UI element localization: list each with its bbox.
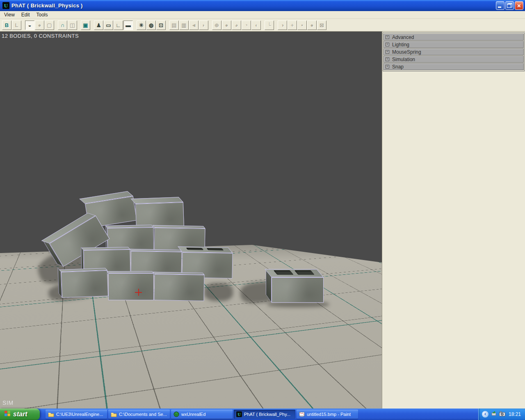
rotate-tool-button: ● [35,21,44,30]
tool-19-icon: ◗ [202,23,205,28]
hide-icons-chevron-icon[interactable]: ‹ [482,411,488,418]
cinder-block-body[interactable] [61,270,108,298]
tool-27-button: + [288,21,297,30]
toolbar-separator [91,21,94,30]
constraint-edit-mode-button: L [12,21,21,30]
body-edit-mode-icon: B [5,23,9,28]
tool-29-icon: ● [310,23,314,28]
cinder-block-body[interactable] [108,273,154,300]
task-button[interactable]: UPhAT ( Brickwall_Phy... [234,410,295,419]
title-bar[interactable]: U PhAT ( Brickwall_Physics ) × [0,0,525,11]
task-label: PhAT ( Brickwall_Phy... [244,412,290,417]
unreal-icon: U [173,411,179,417]
show-collision-button[interactable]: ◍ [146,21,156,30]
task-button[interactable]: UwxUnrealEd [171,410,233,419]
show-skeleton-icon: ♟ [96,23,101,28]
clock: 18:21 [509,411,521,417]
menu-view[interactable]: View [1,11,18,18]
green-arrow-device-icon[interactable] [491,411,497,418]
close-icon: × [517,2,521,9]
tool-22-button: ◕ [232,21,241,30]
start-button[interactable]: start [0,409,40,420]
show-constraint-axes-icon: ∟ [116,23,121,28]
toolbar-separator [166,21,169,30]
tool-16-button: ▤ [169,21,179,30]
tool-18-icon: ◄ [191,23,196,28]
toolbar-separator [209,21,212,30]
unreal-u-icon: U [2,2,9,9]
folder-icon [48,412,54,417]
cinder-block-body[interactable] [154,274,204,301]
body-edit-mode-button[interactable]: B [2,21,11,30]
category-simulation[interactable]: +Simulation [383,56,524,63]
sim-status: SIM [2,399,14,406]
viewport-3d[interactable]: 12 BODIES, 0 CONSTRAINTS SIM [0,32,382,409]
block-front-face [154,274,204,301]
block-hole [273,270,293,275]
constraint-edit-mode-icon: L [15,23,18,28]
toolbar-separator [274,21,278,30]
category-label: MouseSpring [392,49,421,55]
toolbar-separator [133,21,137,30]
category-snap[interactable]: +Snap [383,63,524,70]
category-mousespring[interactable]: +MouseSpring [383,48,524,55]
svg-text:U: U [175,413,178,416]
windows-flag-icon [4,410,11,418]
task-label: C:\Documents and Se... [119,412,167,417]
expand-plus-icon[interactable]: + [386,43,389,46]
tool-20-button: ⊕ [212,21,221,30]
tool-16-icon: ▤ [171,23,176,28]
tool-28-icon: ▪ [301,23,303,28]
view-mode-button[interactable]: ⊡ [156,21,166,30]
block-front-face [108,273,154,300]
scale-tool-icon: ▢ [47,23,52,28]
expand-plus-icon[interactable]: + [386,65,389,68]
snap-toggle-button[interactable]: ∩ [58,21,67,30]
instance-properties-button[interactable]: ▣ [81,21,90,30]
category-advanced[interactable]: +Advanced [383,34,524,41]
show-com-icon: ✳ [139,23,144,28]
show-wireframe-button[interactable]: ▭ [104,21,113,30]
toolbar-separator [78,21,81,30]
close-button[interactable]: × [515,1,523,10]
restore-button[interactable] [505,1,514,10]
task-button[interactable]: C:\Documents and Se... [108,410,170,419]
expand-plus-icon[interactable]: + [386,35,389,39]
toolbar-separator [55,21,58,30]
toolbar-separator [261,21,265,30]
tool-25-icon: └ [267,23,271,28]
toolbar-separator [22,21,25,30]
tool-25-button: └ [265,21,274,30]
movement-space-button[interactable]: ◒ [25,21,34,30]
expand-plus-icon[interactable]: + [386,57,389,61]
tool-24-icon: ◖ [255,23,258,28]
show-com-button[interactable]: ✳ [137,21,146,30]
cinder-block-body[interactable] [272,277,324,303]
task-button[interactable]: untitled15.bmp - Paint [297,410,358,419]
tool-21-button: ● [222,21,231,30]
svg-text:U: U [237,412,240,417]
properties-panel: +Advanced+Lighting+MouseSpring+Simulatio… [382,32,525,409]
show-skeleton-button[interactable]: ♟ [94,21,103,30]
task-button[interactable]: C:\UE3\UnrealEngine... [46,410,107,419]
category-label: Simulation [392,57,415,62]
minimize-button[interactable] [496,1,504,10]
tool-18-button: ◄ [189,21,199,30]
expand-plus-icon[interactable]: + [386,50,389,54]
menu-tools[interactable]: Tools [33,11,51,18]
block-front-face [61,270,108,298]
tool-27-icon: + [291,23,294,28]
camera-icon[interactable] [499,411,505,418]
system-tray: ‹ 18:21 [478,409,525,420]
show-constraint-axes-button[interactable]: ∟ [114,21,123,30]
task-button-area: C:\UE3\UnrealEngine...C:\Documents and S… [46,410,478,419]
phat-window: U PhAT ( Brickwall_Physics ) × ViewEditT… [0,0,525,420]
block-hole [206,248,224,251]
show-ground-plane-button[interactable]: ▬ [123,21,133,30]
tool-24-button: ◖ [251,21,261,30]
block-top-face [265,269,324,277]
category-lighting[interactable]: +Lighting [383,41,524,48]
menu-edit[interactable]: Edit [18,11,33,18]
view-mode-icon: ⊡ [159,23,163,28]
tool-17-button: ▥ [179,21,189,30]
